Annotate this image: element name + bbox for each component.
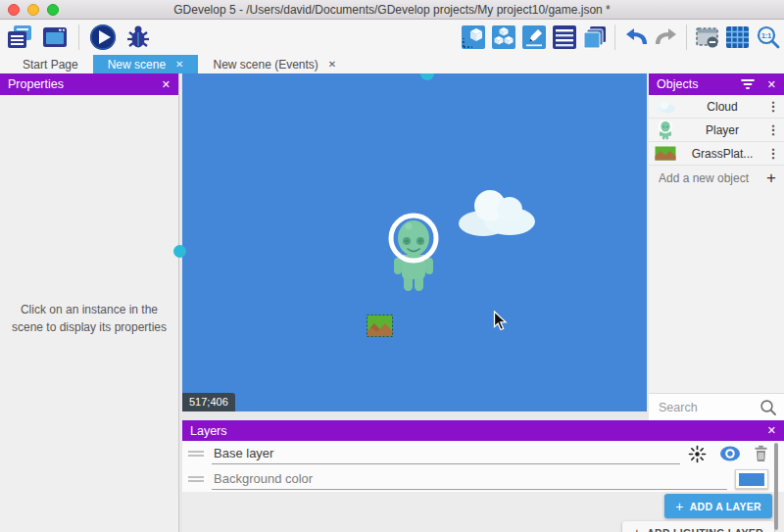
instances-list-icon[interactable] bbox=[551, 24, 577, 51]
panel-resize-handle[interactable] bbox=[173, 245, 186, 258]
grass-platform-thumbnail-icon bbox=[649, 146, 682, 161]
kebab-menu-icon[interactable]: ⋮ bbox=[762, 99, 784, 114]
zoom-original-icon[interactable]: 1:1 bbox=[755, 24, 781, 51]
add-layer-button[interactable]: + ADD A LAYER bbox=[664, 494, 772, 518]
player-sprite[interactable] bbox=[387, 212, 440, 296]
window-mask-icon[interactable] bbox=[694, 24, 720, 51]
preview-play-icon[interactable] bbox=[88, 23, 118, 52]
object-row-cloud[interactable]: Cloud ⋮ bbox=[649, 95, 784, 119]
trash-icon[interactable] bbox=[754, 445, 768, 462]
gdevelop-window: GDevelop 5 - /Users/david/Documents/GDev… bbox=[0, 0, 784, 532]
tab-start-page[interactable]: Start Page bbox=[8, 55, 93, 73]
titlebar: GDevelop 5 - /Users/david/Documents/GDev… bbox=[0, 0, 784, 20]
add-lighting-layer-button[interactable]: + ADD LIGHTING LAYER bbox=[622, 521, 774, 532]
properties-empty-message: Click on an instance in the scene to dis… bbox=[11, 301, 168, 336]
add-new-object-button[interactable]: Add a new object + bbox=[649, 166, 784, 190]
undo-icon[interactable] bbox=[622, 24, 649, 51]
layers-editor-icon[interactable] bbox=[581, 24, 608, 51]
layers-panel-header: Layers ✕ bbox=[182, 420, 784, 441]
tab-label: Start Page bbox=[23, 58, 78, 72]
tab-new-scene[interactable]: New scene ✕ bbox=[93, 55, 199, 73]
tab-label: New scene bbox=[108, 58, 166, 72]
layer-actions bbox=[688, 445, 768, 463]
layers-panel-title: Layers bbox=[190, 424, 227, 438]
start-page-icon[interactable] bbox=[40, 23, 70, 52]
search-icon bbox=[760, 399, 777, 420]
object-groups-editor-icon[interactable] bbox=[490, 24, 516, 51]
kebab-menu-icon[interactable]: ⋮ bbox=[762, 122, 784, 137]
main-toolbar: 1:1 bbox=[0, 20, 784, 55]
tab-close-icon[interactable]: ✕ bbox=[175, 60, 183, 70]
tab-close-icon[interactable]: ✕ bbox=[328, 60, 336, 70]
tab-label: New scene (Events) bbox=[213, 58, 318, 72]
redo-icon[interactable] bbox=[653, 24, 679, 51]
scene-properties-icon[interactable] bbox=[520, 24, 547, 51]
debug-icon[interactable] bbox=[123, 23, 153, 52]
layer-row-background-color: Background color bbox=[182, 466, 784, 492]
layers-footer: + ADD A LAYER + ADD LIGHTING LAYER bbox=[182, 492, 784, 532]
toolbar-separator bbox=[78, 24, 79, 50]
grid-icon[interactable] bbox=[724, 24, 751, 51]
layer-row-base: Base layer bbox=[182, 441, 784, 466]
effects-icon[interactable] bbox=[688, 445, 707, 463]
project-manager-icon[interactable] bbox=[5, 23, 34, 52]
toolbar-right-group: 1:1 bbox=[460, 20, 781, 55]
layer-actions bbox=[735, 469, 768, 489]
properties-panel-header: Properties ✕ bbox=[0, 73, 178, 95]
add-layer-label: ADD A LAYER bbox=[690, 501, 761, 512]
objects-panel-title: Objects bbox=[657, 77, 698, 91]
scrollbar[interactable] bbox=[774, 443, 778, 530]
kebab-menu-icon[interactable]: ⋮ bbox=[762, 146, 784, 161]
add-new-object-label: Add a new object bbox=[649, 171, 759, 185]
layer-name-field[interactable]: Base layer bbox=[212, 444, 680, 464]
plus-icon: + bbox=[633, 525, 641, 532]
object-name: Cloud bbox=[682, 100, 762, 114]
cloud-sprite[interactable] bbox=[454, 186, 538, 239]
properties-panel-title: Properties bbox=[8, 77, 64, 91]
objects-editor-icon[interactable] bbox=[460, 24, 486, 51]
add-lighting-layer-label: ADD LIGHTING LAYER bbox=[647, 527, 763, 532]
properties-panel: Properties ✕ Click on an instance in the… bbox=[0, 73, 179, 532]
drag-handle-icon[interactable] bbox=[188, 476, 204, 482]
filter-icon[interactable] bbox=[740, 77, 756, 91]
plus-icon: + bbox=[675, 499, 683, 514]
close-icon[interactable]: ✕ bbox=[767, 78, 776, 91]
layer-name-field[interactable]: Background color bbox=[212, 469, 727, 490]
traffic-lights bbox=[8, 4, 59, 16]
grass-platform-sprite[interactable] bbox=[367, 314, 393, 337]
objects-search bbox=[649, 393, 784, 420]
close-window-button[interactable] bbox=[8, 4, 20, 16]
scene-canvas[interactable]: 517;406 bbox=[182, 73, 647, 411]
object-row-grassplatform[interactable]: GrassPlat... ⋮ bbox=[649, 142, 784, 166]
close-icon[interactable]: ✕ bbox=[162, 78, 171, 91]
minimize-window-button[interactable] bbox=[27, 4, 39, 16]
cursor-coordinates: 517;406 bbox=[182, 393, 235, 411]
mouse-cursor bbox=[493, 311, 508, 331]
objects-panel-header: Objects ✕ bbox=[649, 73, 784, 95]
toolbar-separator bbox=[686, 24, 687, 50]
fullscreen-window-button[interactable] bbox=[47, 4, 59, 16]
toolbar-separator bbox=[614, 24, 615, 50]
layers-panel: Layers ✕ Base layer bbox=[182, 420, 784, 532]
window-title: GDevelop 5 - /Users/david/Documents/GDev… bbox=[173, 3, 611, 17]
close-icon[interactable]: ✕ bbox=[767, 424, 776, 437]
objects-panel: Objects ✕ bbox=[649, 73, 784, 420]
object-name: Player bbox=[682, 123, 762, 137]
toolbar-left-group bbox=[5, 20, 153, 55]
plus-icon: + bbox=[759, 169, 784, 188]
background-color-value bbox=[739, 473, 764, 486]
object-name: GrassPlat... bbox=[682, 147, 762, 161]
background-color-swatch[interactable] bbox=[735, 469, 768, 489]
tab-bar: Start Page New scene ✕ New scene (Events… bbox=[0, 55, 784, 73]
svg-text:1:1: 1:1 bbox=[760, 32, 770, 39]
tab-new-scene-events[interactable]: New scene (Events) ✕ bbox=[198, 55, 351, 73]
drag-handle-icon[interactable] bbox=[188, 451, 204, 457]
panel-resize-handle[interactable] bbox=[420, 73, 434, 80]
main-area: Properties ✕ Click on an instance in the… bbox=[0, 73, 784, 532]
cloud-thumbnail-icon bbox=[649, 100, 682, 114]
player-thumbnail-icon bbox=[649, 121, 682, 140]
visibility-eye-icon[interactable] bbox=[719, 446, 741, 461]
object-row-player[interactable]: Player ⋮ bbox=[649, 119, 784, 142]
